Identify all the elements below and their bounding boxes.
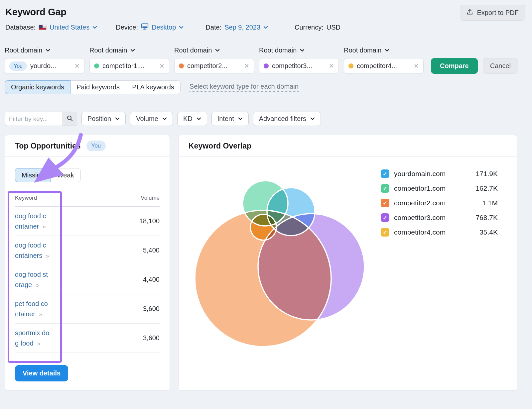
filter-dropdown[interactable]: Intent [211, 112, 249, 126]
device-selector[interactable]: Desktop [152, 24, 184, 31]
domain-chip-label: competitor3... [272, 62, 312, 70]
date-label: Date: [205, 24, 221, 31]
database-selector[interactable]: United States [50, 24, 97, 31]
domain-chip[interactable]: You yourdo... ✕ [5, 58, 84, 74]
domain-selector-section: Root domain Root domain Root domain Root… [0, 39, 532, 74]
filter-bar: Position Volume KD Intent Advanced filte… [0, 103, 532, 126]
export-label: Export to PDF [477, 9, 519, 17]
chevron-down-icon [46, 49, 50, 52]
us-flag-icon [39, 25, 47, 30]
remove-domain-icon[interactable]: ✕ [159, 62, 165, 70]
open-keyword-icon: » [46, 253, 49, 259]
domain-chip[interactable]: competitor1.... ✕ [89, 58, 169, 74]
domain-chip-label: competitor2... [187, 62, 227, 70]
desktop-icon [141, 23, 149, 32]
search-icon [66, 115, 73, 123]
report-settings-row: Database: United States Device: Desktop [5, 23, 525, 39]
currency-value: USD [327, 24, 340, 31]
keyword-column-header: Keyword [15, 195, 37, 201]
filter-dropdown[interactable]: Advanced filters [253, 112, 321, 126]
keyword-type-tab[interactable]: Organic keywords [5, 80, 70, 94]
chevron-down-icon [385, 49, 389, 52]
venn-diagram [179, 157, 385, 391]
table-row: pet food container » 3,600 [15, 294, 160, 324]
legend-row: ✓ competitor3.com 768.7K [381, 212, 498, 223]
domain-chip-label: competitor1.... [102, 62, 145, 70]
remove-domain-icon[interactable]: ✕ [414, 62, 419, 70]
compare-button[interactable]: Compare [431, 58, 478, 74]
chevron-down-icon [115, 117, 120, 120]
domain-checkbox[interactable]: ✓ [381, 213, 389, 222]
opportunity-toggle[interactable]: Missing [15, 168, 51, 182]
keyword-link[interactable]: dog food containers » [15, 240, 50, 261]
device-label: Device: [116, 24, 138, 31]
domain-checkbox[interactable]: ✓ [381, 169, 389, 178]
root-domain-selector[interactable]: Root domain [5, 47, 84, 54]
keyword-link[interactable]: dog food container » [15, 211, 50, 232]
keyword-gap-page: Export to PDF Keyword Gap Database: Unit… [0, 0, 532, 409]
legend-row: ✓ competitor2.com 1.1M [381, 197, 498, 209]
filter-dropdown[interactable]: Volume [130, 112, 173, 126]
keyword-link[interactable]: sportmix dog food » [15, 328, 50, 349]
legend-domain-label: competitor3.com [394, 214, 446, 222]
legend-keyword-count: 1.1M [482, 199, 498, 207]
select-keyword-type-link[interactable]: Select keyword type for each domain [190, 83, 299, 92]
export-icon [466, 9, 473, 17]
search-button[interactable] [63, 112, 77, 126]
legend-row: ✓ yourdomain.com 171.9K [381, 168, 498, 179]
chevron-down-icon [215, 49, 220, 52]
filter-dropdown[interactable]: Position [81, 112, 126, 126]
main-content: Top Opportunities You Missing Weak Keywo… [0, 126, 532, 391]
legend-keyword-count: 768.7K [475, 214, 498, 222]
domain-color-dot [348, 63, 353, 68]
keyword-overlap-body: ✓ yourdomain.com 171.9K ✓ competitor1.co… [179, 157, 517, 391]
root-domain-label: Root domain [5, 47, 42, 54]
open-keyword-icon: » [43, 223, 45, 230]
domain-checkbox[interactable]: ✓ [381, 228, 389, 237]
opportunities-table: Keyword Volume dog food container » 18,1… [15, 195, 160, 353]
chevron-down-icon [300, 49, 305, 52]
domain-checkbox[interactable]: ✓ [381, 199, 389, 207]
cancel-button[interactable]: Cancel [483, 58, 518, 74]
remove-domain-icon[interactable]: ✕ [74, 62, 80, 70]
export-to-pdf-button[interactable]: Export to PDF [460, 5, 525, 21]
root-domain-selector[interactable]: Root domain [344, 47, 424, 54]
domain-chip[interactable]: competitor3... ✕ [259, 58, 339, 74]
view-details-button[interactable]: View details [15, 365, 68, 381]
currency-label: Currency: [295, 24, 324, 31]
filter-dropdown[interactable]: KD [177, 112, 207, 126]
domain-checkbox[interactable]: ✓ [381, 184, 389, 193]
keyword-link[interactable]: dog food storage » [15, 269, 50, 290]
chevron-down-icon [130, 49, 135, 52]
legend-keyword-count: 162.7K [475, 184, 498, 192]
opportunity-toggle[interactable]: Weak [51, 168, 81, 182]
root-domain-label: Root domain [89, 47, 127, 54]
root-domain-selector[interactable]: Root domain [174, 47, 254, 54]
legend-row: ✓ competitor1.com 162.7K [381, 183, 498, 194]
volume-value: 4,400 [143, 276, 160, 283]
database-label: Database: [5, 24, 36, 31]
top-opportunities-header: Top Opportunities You [5, 135, 170, 157]
keyword-overlap-header: Keyword Overlap [179, 135, 517, 157]
keyword-type-tab[interactable]: PLA keywords [126, 80, 181, 94]
root-domain-selector[interactable]: Root domain [89, 47, 169, 54]
domain-chip[interactable]: competitor4... ✕ [344, 58, 424, 74]
keyword-type-tab[interactable]: Paid keywords [70, 80, 126, 94]
root-domain-selector[interactable]: Root domain [259, 47, 339, 54]
legend-keyword-count: 171.9K [475, 170, 498, 178]
remove-domain-icon[interactable]: ✕ [329, 62, 334, 70]
legend-domain-label: competitor4.com [394, 228, 446, 236]
remove-domain-icon[interactable]: ✕ [244, 62, 249, 70]
keyword-filter-input[interactable] [5, 112, 63, 126]
keyword-overlap-card: Keyword Overlap ✓ yourdomain.com 171.9K … [178, 135, 517, 391]
table-row: sportmix dog food » 3,600 [15, 324, 160, 353]
overlap-legend: ✓ yourdomain.com 171.9K ✓ competitor1.co… [381, 168, 498, 241]
volume-value: 18,100 [139, 217, 160, 225]
legend-keyword-count: 35.4K [479, 228, 498, 236]
domain-chip[interactable]: competitor2... ✕ [174, 58, 254, 74]
chevron-down-icon [162, 117, 167, 120]
date-selector[interactable]: Sep 9, 2023 [224, 24, 268, 31]
chevron-down-icon [197, 117, 201, 120]
keyword-link[interactable]: pet food container » [15, 299, 50, 319]
you-pill: You [9, 61, 27, 71]
